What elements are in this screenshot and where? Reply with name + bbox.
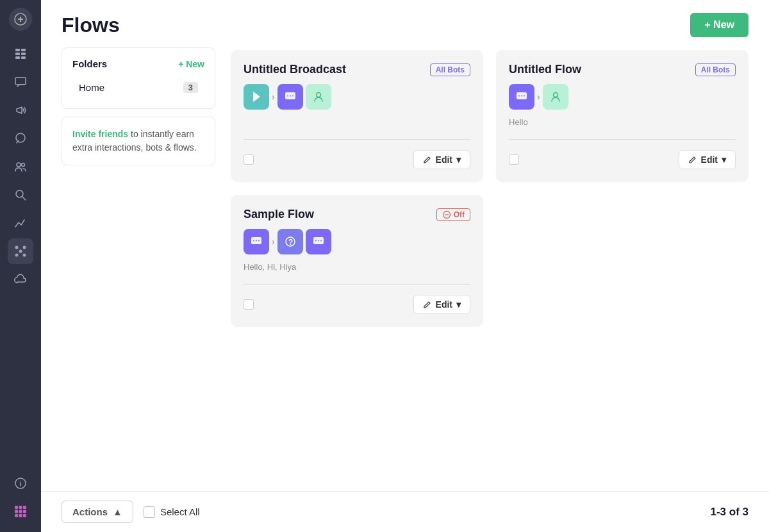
sidebar-item-contacts[interactable]	[8, 41, 33, 67]
sidebar-item-broadcasts[interactable]	[8, 97, 33, 123]
sidebar-item-info[interactable]	[8, 470, 33, 496]
folders-box: Folders + New Home 3	[62, 47, 215, 109]
select-all-checkbox[interactable]	[144, 506, 155, 518]
flow-checkbox[interactable]	[244, 299, 254, 310]
svg-point-10	[16, 133, 25, 142]
flow-divider	[244, 284, 470, 285]
flow-footer: Edit ▾	[509, 150, 736, 169]
step-arrow: ›	[272, 92, 275, 102]
select-all-area[interactable]: Select All	[144, 506, 200, 518]
flow-card-untitled-broadcast: Untitled Broadcast All Bots ›	[231, 50, 483, 182]
sidebar-item-cloud[interactable]	[8, 267, 33, 292]
svg-rect-6	[21, 53, 26, 55]
folder-name: Home	[79, 82, 104, 93]
svg-point-40	[521, 96, 522, 97]
logo-button[interactable]	[9, 8, 32, 31]
svg-point-11	[17, 163, 21, 167]
svg-marker-32	[253, 92, 260, 102]
edit-button-broadcast[interactable]: Edit ▾	[413, 150, 470, 169]
sidebar-item-grid[interactable]	[8, 499, 33, 524]
flows-panel: Untitled Broadcast All Bots ›	[231, 47, 748, 491]
svg-rect-5	[15, 53, 20, 55]
sidebar-item-analytics[interactable]	[8, 210, 33, 236]
new-button[interactable]: + New	[690, 13, 748, 37]
flow-steps: ›	[509, 84, 736, 110]
svg-point-47	[256, 240, 257, 242]
flow-subtitle: Hello	[509, 117, 736, 129]
flow-footer: Edit ▾	[244, 295, 470, 314]
folder-item-home[interactable]: Home 3	[72, 77, 204, 98]
svg-point-36	[292, 96, 294, 97]
flow-divider	[244, 139, 470, 140]
folders-header: Folders + New	[72, 58, 204, 69]
svg-rect-29	[15, 514, 18, 517]
left-panel: Folders + New Home 3 Invite friends to i…	[62, 47, 215, 491]
flow-steps: ›	[244, 84, 470, 110]
flow-card-header: Untitled Flow All Bots	[509, 63, 736, 76]
svg-rect-30	[19, 514, 22, 517]
svg-rect-7	[15, 56, 20, 59]
svg-point-52	[315, 240, 317, 242]
flow-badge-allbots: All Bots	[695, 63, 736, 76]
flow-card-untitled-flow: Untitled Flow All Bots › Hello	[496, 50, 748, 182]
folders-title: Folders	[72, 58, 107, 69]
svg-point-18	[23, 254, 26, 257]
svg-rect-8	[21, 56, 26, 59]
step-icon-user	[306, 84, 331, 110]
svg-point-53	[318, 240, 319, 242]
svg-rect-25	[23, 506, 26, 509]
svg-text:?: ?	[288, 238, 293, 247]
content-area: Folders + New Home 3 Invite friends to i…	[41, 47, 769, 491]
svg-point-16	[23, 246, 26, 249]
flow-badge-allbots: All Bots	[430, 63, 470, 76]
folder-badge: 3	[183, 82, 198, 93]
flow-steps: › ?	[244, 229, 470, 254]
invite-link[interactable]: Invite friends	[72, 129, 128, 139]
invite-box: Invite friends to instantly earn extra i…	[62, 117, 215, 165]
svg-point-17	[15, 254, 19, 257]
page-header: Flows + New	[41, 0, 769, 47]
sidebar-item-search[interactable]	[8, 182, 33, 208]
flow-subtitle	[244, 117, 470, 129]
edit-button-flow[interactable]: Edit ▾	[679, 150, 736, 169]
flow-card-sample-flow: Sample Flow Off › ?	[231, 195, 483, 327]
page-title: Flows	[62, 13, 120, 37]
svg-point-48	[258, 240, 260, 242]
svg-point-39	[518, 96, 520, 97]
flow-name: Untitled Broadcast	[244, 63, 346, 76]
edit-label: Edit	[436, 154, 452, 165]
step-arrow: ›	[272, 237, 275, 247]
pagination-text: 1-3 of 3	[710, 506, 748, 519]
sidebar	[0, 0, 41, 532]
folders-new-link[interactable]: + New	[178, 59, 204, 69]
flow-checkbox[interactable]	[244, 154, 254, 165]
step-arrow: ›	[537, 92, 540, 102]
edit-chevron: ▾	[722, 154, 726, 165]
sidebar-item-chat[interactable]	[8, 126, 33, 151]
svg-rect-24	[19, 506, 22, 509]
select-all-label: Select All	[160, 506, 200, 517]
svg-point-46	[253, 240, 254, 242]
actions-label: Actions	[72, 506, 108, 517]
actions-button[interactable]: Actions ▲	[62, 501, 133, 523]
flow-badge-off: Off	[436, 208, 470, 221]
edit-label: Edit	[436, 299, 452, 310]
sidebar-item-audience[interactable]	[8, 154, 33, 179]
edit-button-sample[interactable]: Edit ▾	[413, 295, 470, 314]
svg-rect-28	[23, 510, 26, 513]
step-icon-trigger	[244, 84, 269, 110]
bottom-left: Actions ▲ Select All	[62, 501, 200, 523]
flow-checkbox[interactable]	[509, 154, 519, 165]
flow-name: Sample Flow	[244, 208, 314, 221]
svg-point-37	[316, 93, 320, 97]
sidebar-item-flows[interactable]	[8, 238, 33, 264]
bottom-bar: Actions ▲ Select All 1-3 of 3	[41, 491, 769, 532]
main-area: Flows + New Folders + New Home 3 Invite …	[41, 0, 769, 532]
sidebar-item-messages[interactable]	[8, 69, 33, 95]
step-icon-message-2	[306, 229, 331, 254]
step-icon-message	[277, 84, 303, 110]
step-icon-message	[509, 84, 534, 110]
edit-label: Edit	[701, 154, 718, 165]
flow-divider	[509, 139, 736, 140]
flow-card-header: Untitled Broadcast All Bots	[244, 63, 470, 76]
